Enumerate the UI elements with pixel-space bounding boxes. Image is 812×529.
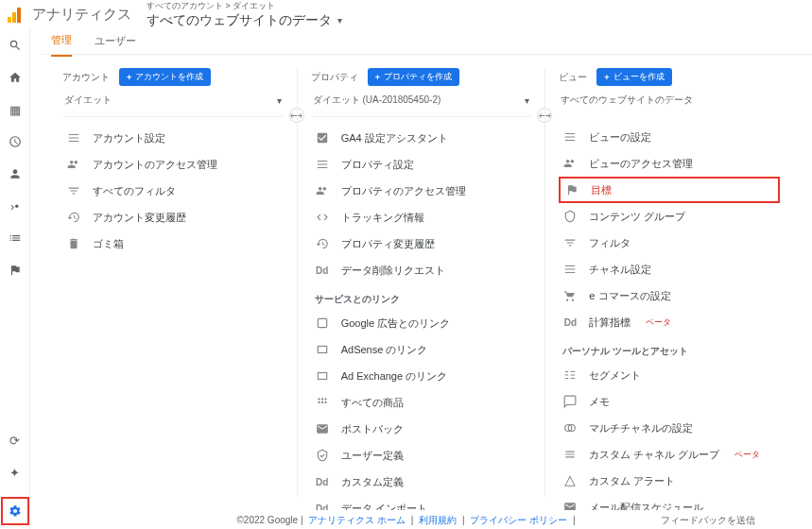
code-icon bbox=[315, 210, 330, 225]
home-icon[interactable] bbox=[8, 70, 23, 85]
view-item-3[interactable]: コンテンツ グループ bbox=[559, 203, 780, 230]
tab-user[interactable]: ユーザー bbox=[95, 26, 136, 56]
view-label: ビュー bbox=[559, 71, 587, 84]
view-title: すべてのウェブサイトのデータ bbox=[147, 12, 332, 29]
search-icon[interactable] bbox=[8, 38, 23, 53]
svg-rect-2 bbox=[318, 373, 326, 380]
svg-rect-0 bbox=[318, 318, 326, 327]
feedback-button[interactable]: フィードバックを送信 bbox=[661, 514, 755, 527]
view-personal-item-5[interactable]: メール配信スケジュール bbox=[559, 494, 780, 510]
item-label: Ad Exchange のリンク bbox=[341, 369, 448, 384]
create-account-button[interactable]: アカウントを作成 bbox=[119, 68, 211, 86]
property-link-item-6[interactable]: Ddカスタム定義 bbox=[311, 469, 532, 495]
beta-badge: ベータ bbox=[734, 449, 760, 461]
view-item-5[interactable]: チャネル設定 bbox=[559, 256, 780, 282]
property-item-1[interactable]: プロパティ設定 bbox=[311, 151, 532, 178]
view-item-6[interactable]: e コマースの設定 bbox=[559, 282, 780, 309]
svg-point-3 bbox=[318, 398, 320, 400]
account-label: アカウント bbox=[62, 71, 110, 84]
item-label: AdSense のリンク bbox=[341, 343, 428, 357]
discover-icon[interactable]: ✦ bbox=[8, 465, 23, 480]
account-item-1[interactable]: アカウントのアクセス管理 bbox=[62, 151, 284, 178]
view-personal-item-0[interactable]: セグメント bbox=[559, 362, 780, 388]
tab-admin[interactable]: 管理 bbox=[51, 26, 72, 57]
property-selector[interactable]: ダイエット (UA-201805450-2) ▾ bbox=[311, 90, 532, 117]
channel-icon bbox=[562, 262, 578, 277]
item-label: カスタム チャネル グループ bbox=[589, 448, 719, 462]
property-link-item-3[interactable]: すべての商品 bbox=[311, 389, 532, 416]
account-selector[interactable]: ダイエット ▾ bbox=[62, 90, 284, 117]
view-item-0[interactable]: ビューの設定 bbox=[559, 124, 780, 150]
property-selected: ダイエット (UA-201805450-2) bbox=[313, 94, 441, 107]
footer-link-home[interactable]: アナリティクス ホーム bbox=[308, 515, 406, 525]
dd-icon: Dd bbox=[315, 501, 330, 510]
analytics-logo-icon bbox=[8, 6, 25, 23]
footer-link-terms[interactable]: 利用規約 bbox=[419, 515, 457, 525]
svg-point-8 bbox=[324, 401, 326, 403]
caret-down-icon: ▾ bbox=[525, 95, 529, 106]
item-label: コンテンツ グループ bbox=[589, 210, 685, 224]
realtime-icon[interactable] bbox=[8, 134, 23, 149]
settings-icon bbox=[66, 130, 81, 145]
beta-badge: ベータ bbox=[646, 316, 671, 329]
item-label: ビューの設定 bbox=[589, 130, 651, 145]
account-item-4[interactable]: ゴミ箱 bbox=[62, 230, 284, 257]
item-label: すべてのフィルタ bbox=[93, 184, 176, 198]
admin-tabs: 管理 ユーザー bbox=[42, 28, 812, 55]
account-selected: ダイエット bbox=[64, 94, 112, 107]
create-view-button[interactable]: ビューを作成 bbox=[596, 68, 671, 86]
view-item-1[interactable]: ビューのアクセス管理 bbox=[559, 150, 780, 177]
item-label: フィルタ bbox=[589, 236, 631, 250]
property-link-item-0[interactable]: Google 広告とのリンク bbox=[311, 310, 532, 336]
svg-point-7 bbox=[321, 401, 323, 403]
property-link-item-4[interactable]: ポストバック bbox=[311, 416, 532, 442]
property-link-item-1[interactable]: AdSense のリンク bbox=[311, 336, 532, 363]
check-icon bbox=[315, 130, 330, 145]
history-icon bbox=[66, 210, 81, 225]
caret-down-icon: ▾ bbox=[337, 15, 342, 26]
view-personal-item-3[interactable]: カスタム チャネル グループベータ bbox=[559, 441, 780, 468]
svg-point-4 bbox=[321, 398, 323, 400]
property-item-3[interactable]: トラッキング情報 bbox=[311, 204, 532, 230]
breadcrumb: すべてのアカウント > ダイエット bbox=[147, 0, 342, 12]
footer-link-privacy[interactable]: プライバシー ポリシー bbox=[470, 515, 567, 525]
audience-icon[interactable] bbox=[8, 166, 23, 181]
property-item-2[interactable]: プロパティのアクセス管理 bbox=[311, 178, 532, 204]
item-label: プロパティ設定 bbox=[341, 158, 414, 172]
dashboard-icon[interactable]: ▦ bbox=[8, 102, 23, 117]
conversions-icon[interactable] bbox=[8, 263, 23, 278]
item-label: メモ bbox=[589, 395, 610, 409]
breadcrumb-wrap[interactable]: すべてのアカウント > ダイエット すべてのウェブサイトのデータ ▾ bbox=[147, 0, 342, 29]
account-item-3[interactable]: アカウント変更履歴 bbox=[62, 204, 284, 230]
caret-down-icon: ▾ bbox=[277, 95, 282, 106]
account-item-0[interactable]: アカウント設定 bbox=[62, 125, 284, 151]
item-label: ユーザー定義 bbox=[341, 449, 404, 463]
account-column: アカウント アカウントを作成 ダイエット ▾ アカウント設定アカウントのアクセス… bbox=[49, 68, 297, 497]
acquisition-icon[interactable]: ›• bbox=[8, 198, 23, 213]
property-link-item-2[interactable]: Ad Exchange のリンク bbox=[311, 363, 532, 389]
view-item-7[interactable]: Dd計算指標ベータ bbox=[559, 309, 780, 335]
view-item-4[interactable]: フィルタ bbox=[559, 230, 780, 256]
goal-icon bbox=[564, 182, 579, 197]
item-label: チャネル設定 bbox=[589, 263, 651, 277]
property-item-0[interactable]: GA4 設定アシスタント bbox=[311, 125, 532, 151]
item-label: アカウント設定 bbox=[93, 131, 165, 145]
attribution-icon[interactable]: ⟳ bbox=[8, 433, 23, 448]
view-personal-item-2[interactable]: マルチチャネルの設定 bbox=[559, 415, 780, 441]
property-item-5[interactable]: Ddデータ削除リクエスト bbox=[311, 257, 532, 283]
item-label: カスタム アラート bbox=[589, 474, 675, 488]
behavior-icon[interactable] bbox=[8, 230, 23, 246]
item-label: トラッキング情報 bbox=[341, 211, 424, 225]
create-property-button[interactable]: プロパティを作成 bbox=[368, 68, 459, 86]
property-label: プロパティ bbox=[311, 71, 358, 84]
view-personal-item-4[interactable]: カスタム アラート bbox=[559, 468, 780, 494]
multichannel-icon bbox=[562, 420, 578, 435]
property-link-item-5[interactable]: ユーザー定義 bbox=[311, 442, 532, 469]
property-link-item-7[interactable]: Ddデータ インポート bbox=[311, 495, 532, 510]
admin-main: アカウント アカウントを作成 ダイエット ▾ アカウント設定アカウントのアクセス… bbox=[30, 55, 812, 510]
view-personal-item-1[interactable]: メモ bbox=[559, 388, 780, 415]
view-item-2[interactable]: 目標 bbox=[559, 177, 780, 203]
property-item-4[interactable]: プロパティ変更履歴 bbox=[311, 230, 532, 257]
account-item-2[interactable]: すべてのフィルタ bbox=[62, 178, 284, 204]
svg-rect-1 bbox=[318, 347, 326, 353]
